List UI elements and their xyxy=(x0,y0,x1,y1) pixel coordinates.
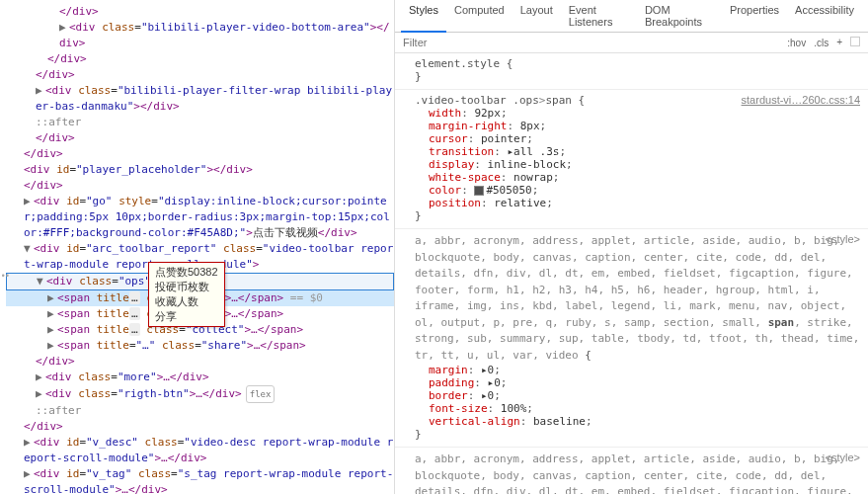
tree-node[interactable]: </div> xyxy=(6,419,394,435)
rule-element-style[interactable]: element.style { } xyxy=(395,53,868,90)
tree-node[interactable]: </div> xyxy=(6,4,394,20)
tree-node[interactable]: ▶<div class="rigth-btn">…</div>flex xyxy=(6,385,394,403)
styles-filter-input[interactable] xyxy=(399,35,783,50)
rule-reset-1[interactable]: <style> a, abbr, acronym, address, apple… xyxy=(395,229,868,448)
tree-node[interactable]: ▶<div class="bilibili-player-filter-wrap… xyxy=(6,83,394,115)
tree-node[interactable]: ▶<div class="bilibili-player-video-botto… xyxy=(6,20,394,51)
rule-origin[interactable]: <style> xyxy=(826,452,860,463)
tab-properties[interactable]: Properties xyxy=(722,0,787,32)
tab-dom-breakpoints[interactable]: DOM Breakpoints xyxy=(637,0,722,32)
tree-node[interactable]: ▶<span title="…" class="share">…</span> xyxy=(6,338,394,354)
selected-indicator: ••• xyxy=(0,272,9,282)
tree-node[interactable]: ▶<div class="more">…</div> xyxy=(6,370,394,385)
tab-styles[interactable]: Styles xyxy=(401,0,446,33)
elements-panel[interactable]: ••• </div> ▶<div class="bilibili-player-… xyxy=(0,0,395,494)
tab-accessibility[interactable]: Accessibility xyxy=(787,0,862,32)
tree-node[interactable]: ▶<div id="go" style="display:inline-bloc… xyxy=(6,194,394,241)
tree-node[interactable]: </div> xyxy=(6,51,394,67)
tree-node[interactable]: </div> xyxy=(6,67,394,83)
tree-node[interactable]: </div> xyxy=(6,130,394,146)
rule-reset-2[interactable]: <style> a, abbr, acronym, address, apple… xyxy=(395,448,868,494)
tree-node[interactable]: </div> xyxy=(6,354,394,370)
dom-tree[interactable]: </div> ▶<div class="bilibili-player-vide… xyxy=(6,4,394,494)
computed-toggle-icon[interactable] xyxy=(846,37,864,48)
tree-node[interactable]: ::after xyxy=(6,403,394,419)
selector-taglist: a, abbr, acronym, address, applet, artic… xyxy=(415,234,859,362)
styles-filter-bar: :hov .cls + xyxy=(395,33,868,53)
title-tooltip: 点赞数50382 投硬币枚数 收藏人数 分享 xyxy=(148,262,225,327)
tab-event-listeners[interactable]: Event Listeners xyxy=(561,0,637,32)
sidebar-tabs: Styles Computed Layout Event Listeners D… xyxy=(395,0,868,33)
tab-layout[interactable]: Layout xyxy=(513,0,561,32)
rule-origin-link[interactable]: stardust-vi…260c.css:14 xyxy=(742,94,860,106)
tree-node[interactable]: </div> xyxy=(6,146,394,162)
tree-node[interactable]: ::after xyxy=(6,115,394,130)
selector-taglist: a, abbr, acronym, address, applet, artic… xyxy=(415,453,859,494)
tree-node[interactable]: <div id="player_placeholder"></div> xyxy=(6,162,394,178)
color-swatch[interactable] xyxy=(474,186,484,196)
styles-sidebar: Styles Computed Layout Event Listeners D… xyxy=(395,0,868,494)
rule-video-toolbar[interactable]: stardust-vi…260c.css:14 .video-toolbar .… xyxy=(395,90,868,229)
flex-badge[interactable]: flex xyxy=(246,385,276,403)
tab-computed[interactable]: Computed xyxy=(446,0,513,32)
tree-node[interactable]: ▶<div id="v_tag" class="s_tag report-wra… xyxy=(6,466,394,494)
hov-toggle[interactable]: :hov xyxy=(783,38,810,48)
tree-node[interactable]: </div> xyxy=(6,178,394,194)
new-style-rule-button[interactable]: + xyxy=(832,38,846,47)
styles-rules[interactable]: element.style { } stardust-vi…260c.css:1… xyxy=(395,53,868,494)
cls-toggle[interactable]: .cls xyxy=(810,38,832,48)
tree-node[interactable]: ▶<div id="v_desc" class="video-desc repo… xyxy=(6,435,394,466)
rule-origin[interactable]: <style> xyxy=(826,233,860,245)
